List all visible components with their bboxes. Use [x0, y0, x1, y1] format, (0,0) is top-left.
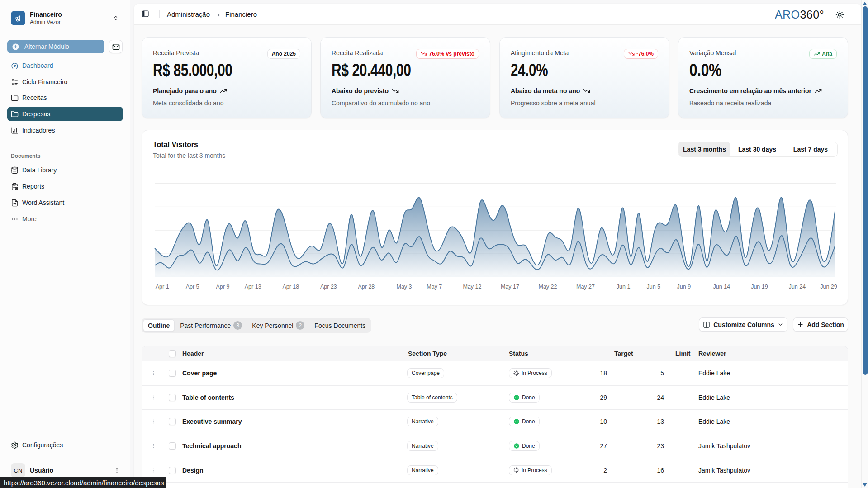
svg-text:May 12: May 12 — [463, 284, 481, 290]
svg-text:May 22: May 22 — [539, 284, 557, 290]
svg-text:Jun 5: Jun 5 — [647, 284, 661, 290]
svg-text:Jun 19: Jun 19 — [751, 284, 768, 290]
svg-text:May 3: May 3 — [396, 284, 412, 290]
svg-text:Apr 13: Apr 13 — [245, 284, 261, 290]
svg-text:Apr 28: Apr 28 — [358, 284, 375, 290]
svg-text:Apr 5: Apr 5 — [186, 284, 199, 290]
svg-text:May 27: May 27 — [576, 284, 595, 290]
svg-text:May 7: May 7 — [427, 284, 442, 290]
svg-text:May 17: May 17 — [501, 284, 519, 290]
svg-text:Jun 24: Jun 24 — [789, 284, 806, 290]
svg-text:Jun 29: Jun 29 — [820, 284, 837, 290]
svg-text:Apr 9: Apr 9 — [216, 284, 229, 290]
svg-text:Jun 14: Jun 14 — [713, 284, 730, 290]
svg-text:Jun 1: Jun 1 — [617, 284, 631, 290]
svg-text:Apr 18: Apr 18 — [282, 284, 299, 290]
svg-text:Apr 1: Apr 1 — [156, 284, 169, 290]
svg-text:Apr 23: Apr 23 — [320, 284, 337, 290]
svg-text:Jun 9: Jun 9 — [677, 284, 691, 290]
